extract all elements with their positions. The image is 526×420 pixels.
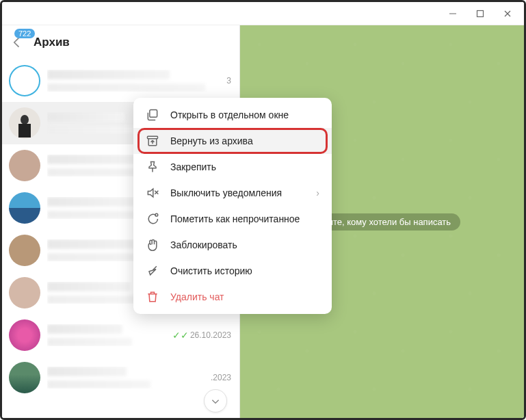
window-close-button[interactable] xyxy=(494,4,521,23)
menu-unarchive[interactable]: Вернуть из архива xyxy=(133,128,332,154)
chat-date: .2023 xyxy=(211,373,231,382)
menu-clear-history[interactable]: Очистить историю xyxy=(133,258,332,284)
window-minimize-button[interactable] xyxy=(439,4,466,23)
chat-item[interactable]: ✓✓26.10.2023 xyxy=(2,314,239,356)
chat-icon xyxy=(146,212,159,226)
svg-rect-4 xyxy=(150,110,157,118)
pin-icon xyxy=(146,160,159,174)
scroll-down-button[interactable] xyxy=(204,389,227,412)
avatar xyxy=(9,319,40,351)
avatar xyxy=(9,277,40,309)
menu-label: Открыть в отдельном окне xyxy=(170,109,289,120)
avatar xyxy=(9,107,40,139)
trash-icon xyxy=(146,290,159,304)
menu-label: Закрепить xyxy=(170,161,216,172)
mute-icon xyxy=(146,186,159,200)
menu-label: Выключить уведомления xyxy=(170,187,282,198)
read-check-icon: ✓✓ xyxy=(172,330,189,341)
page-title: Архив xyxy=(34,36,70,49)
menu-delete-chat[interactable]: Удалить чат xyxy=(133,284,332,310)
menu-pin[interactable]: Закрепить xyxy=(133,154,332,180)
avatar xyxy=(9,65,40,96)
svg-rect-5 xyxy=(148,136,158,138)
context-menu: Открыть в отдельном окне Вернуть из архи… xyxy=(133,98,332,314)
archive-header: 722 Архив xyxy=(2,25,239,60)
hand-icon xyxy=(146,238,159,252)
new-window-icon xyxy=(146,108,159,122)
window-titlebar xyxy=(2,2,524,25)
window-maximize-button[interactable] xyxy=(466,4,494,23)
unarchive-icon xyxy=(146,134,159,148)
chevron-right-icon: › xyxy=(316,187,319,198)
back-button[interactable]: 722 xyxy=(8,33,27,52)
menu-label: Удалить чат xyxy=(170,291,224,302)
broom-icon xyxy=(146,264,159,278)
menu-label: Заблокировать xyxy=(170,239,237,250)
svg-point-9 xyxy=(155,213,158,216)
chat-item[interactable]: .2023 xyxy=(2,356,239,399)
chat-item[interactable]: 3 xyxy=(2,60,239,102)
menu-mark-unread[interactable]: Пометить как непрочитанное xyxy=(133,206,332,232)
chat-date: ✓✓26.10.2023 xyxy=(172,330,231,341)
avatar xyxy=(9,192,40,224)
menu-mute[interactable]: Выключить уведомления › xyxy=(133,180,332,206)
menu-block[interactable]: Заблокировать xyxy=(133,232,332,258)
menu-open-in-window[interactable]: Открыть в отдельном окне xyxy=(133,102,332,128)
menu-label: Очистить историю xyxy=(170,265,252,276)
chat-date: 3 xyxy=(226,76,231,86)
avatar xyxy=(9,362,40,393)
menu-label: Вернуть из архива xyxy=(170,135,253,146)
avatar xyxy=(9,150,40,181)
archive-count-badge: 722 xyxy=(14,29,35,38)
menu-label: Пометить как непрочитанное xyxy=(170,213,300,224)
avatar xyxy=(9,235,40,266)
svg-rect-1 xyxy=(477,10,484,16)
